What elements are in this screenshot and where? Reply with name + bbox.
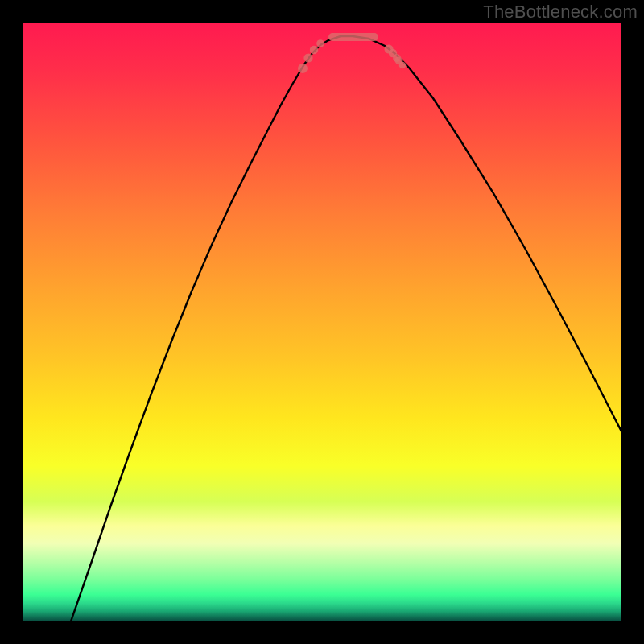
curve-markers	[298, 33, 406, 73]
curve-marker-dot	[399, 62, 407, 69]
curve-marker-dot	[298, 64, 308, 73]
watermark-text: TheBottleneck.com	[483, 2, 638, 23]
curve-flat-marker	[328, 33, 378, 41]
curve-marker-dot	[303, 53, 312, 62]
curve-svg	[23, 23, 621, 621]
bottleneck-curve	[71, 36, 621, 621]
curve-marker-dot	[316, 39, 324, 47]
curve-marker-dot	[310, 46, 318, 54]
outer-frame: TheBottleneck.com	[0, 0, 644, 644]
plot-area	[23, 23, 621, 621]
